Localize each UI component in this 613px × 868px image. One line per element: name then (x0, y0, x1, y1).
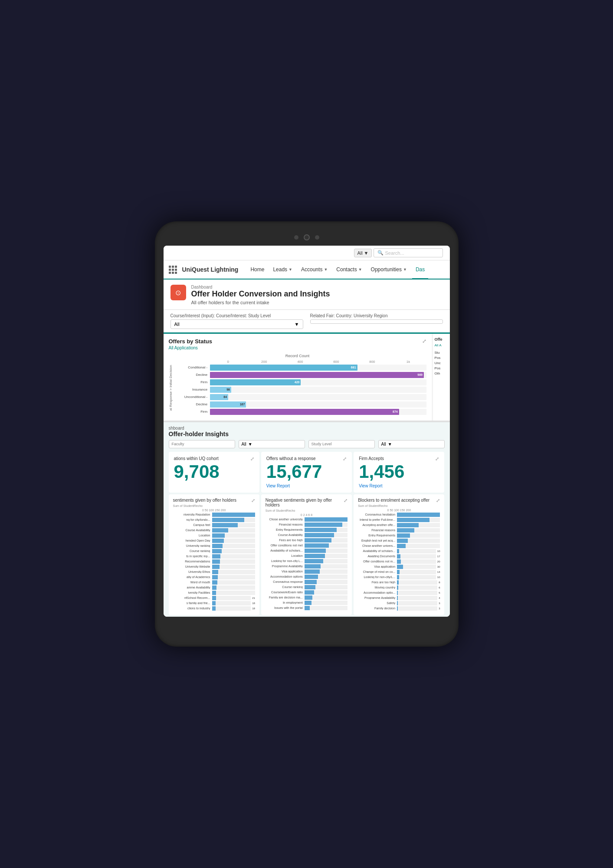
filter-arrow-1: ▼ (295, 322, 299, 327)
list-item: Financial reasons (266, 523, 347, 527)
list-item: Safety 3 (358, 601, 440, 605)
search-placeholder: Search... (385, 250, 404, 256)
bar-chart-area: al Response > Initial Decision 0 200 400… (169, 360, 426, 416)
list-item: In employment (266, 601, 347, 605)
list-item: Offer conditions not met (266, 543, 347, 548)
filter-label-1: Course/Interest (Input): Course/Interest… (170, 313, 303, 318)
nav-item-contacts[interactable]: Contacts ▼ (333, 260, 365, 279)
list-item: Location (173, 533, 255, 538)
expand-icon-3[interactable]: ⤢ (343, 456, 347, 462)
expand-icon-5[interactable]: ⤢ (251, 498, 255, 503)
table-row: Decline 167 (175, 401, 426, 408)
filter-faculty[interactable]: Faculty (169, 440, 235, 448)
table-row: Insurance 98 (175, 387, 426, 393)
list-item: English test not yet acq... (358, 539, 440, 543)
charts-row: ⤢ Offers by Status All Applications Reco… (164, 334, 450, 421)
list-item: Offer conditions not m... 20 (358, 559, 440, 564)
list-item: amme Availability (173, 585, 255, 590)
big-number-title-2: Offers without a response (266, 456, 343, 461)
y-axis-label: al Response > Initial Decision (169, 365, 174, 411)
faculty-arrow: ▼ (248, 442, 252, 447)
list-item: niversity Reputation (173, 513, 255, 517)
tablet-screen: All ▼ 🔍 Search... UniQuest Lightning Hom… (164, 246, 450, 617)
list-item: Accepting another offe... (358, 523, 440, 527)
big-number-value-2: 15,677 (266, 463, 347, 481)
dashboard-header: ⊙ Dashboard Offer Holder Conversion and … (164, 279, 450, 310)
list-item: ng for city/londo... (173, 518, 255, 522)
filter-faculty-value[interactable]: All ▼ (239, 440, 305, 448)
filter-select-1[interactable]: All ▼ (170, 319, 303, 329)
list-item: nfSchool Recorm... 21 (173, 596, 255, 600)
list-item: Programme Availability (266, 564, 347, 569)
nav-item-accounts[interactable]: Accounts ▼ (298, 260, 331, 279)
big-number-value-3: 1,456 (359, 463, 439, 481)
blockers-panel: ⤢ Blockers to enrolment accepting offer … (354, 494, 444, 615)
second-dash-title: Offer-holder Insights (169, 431, 445, 437)
nav-item-das[interactable]: Das (412, 260, 428, 279)
list-item: University Website (173, 565, 255, 569)
list-item: Availability of scholars... 10 (358, 549, 440, 553)
list-item: Intend to prefer Full-time... (358, 518, 440, 522)
positive-sentiments-chart: niversity Reputation ng for city/londo..… (173, 513, 255, 611)
filter-group-1: Course/Interest (Input): Course/Interest… (170, 313, 303, 329)
big-numbers-row: ⤢ ations within UQ cohort 9,708 ⤢ Offers… (169, 452, 445, 493)
filter-select-2[interactable] (310, 319, 443, 324)
list-item: Programme Availability 4 (358, 596, 440, 600)
expand-icon-6[interactable]: ⤢ (344, 498, 347, 503)
list-item: Course ranking (173, 549, 255, 553)
filter-study-value[interactable]: All ▼ (378, 440, 445, 448)
list-item: Entry Requirements (358, 533, 440, 538)
list-item: Course Availability (173, 528, 255, 533)
big-number-panel-1: ⤢ ations within UQ cohort 9,708 (169, 452, 259, 493)
list-item: Campus feel (173, 523, 255, 527)
nav-item-home[interactable]: Home (247, 260, 268, 279)
dashboard-title-area: Dashboard Offer Holder Conversion and In… (191, 285, 330, 305)
list-item: Family are decision ma... (266, 595, 347, 600)
list-item: Location (266, 554, 347, 558)
filter-label-2: Related Fair: Country: University Region (310, 313, 443, 318)
nav-item-leads[interactable]: Leads ▼ (269, 260, 296, 279)
dashboard-breadcrumb: Dashboard (191, 285, 330, 289)
negative-sentiments-panel: ⤢ Negative sentiments given by offer hol… (261, 494, 352, 615)
list-item: Availability of scholars... (266, 549, 347, 553)
negative-sentiments-chart: Chose another university Financial reaso… (266, 517, 347, 610)
table-row: Firm 874 (175, 409, 426, 415)
app-grid-icon[interactable] (169, 266, 177, 274)
big-number-link-2[interactable]: View Report (266, 483, 347, 488)
list-item: Recommendations (173, 559, 255, 564)
big-number-title-1: ations within UQ cohort (174, 456, 250, 461)
contacts-arrow: ▼ (358, 267, 362, 272)
nav-item-opportunities[interactable]: Opportunities ▼ (367, 260, 410, 279)
all-label: All (357, 250, 362, 256)
big-number-link-3[interactable]: View Report (359, 483, 439, 488)
list-item: University Ethos (173, 570, 255, 574)
list-item: Issues with the portal (266, 606, 347, 610)
dashboard-icon: ⊙ (170, 285, 186, 300)
expand-icon-7[interactable]: ⤢ (436, 498, 440, 503)
list-item: Awaiting Documents 17 (358, 554, 440, 559)
blockers-axis-label: Sum of StudentRecho (358, 504, 440, 507)
list-item: Looking for non-city L... (266, 559, 347, 563)
filter-group-2: Related Fair: Country: University Region (310, 313, 443, 329)
list-item: Accommodation optio... 5 (358, 591, 440, 595)
top-bar: All ▼ 🔍 Search... (164, 246, 450, 260)
camera-dot-left (294, 235, 298, 240)
list-item: Financial reasons (358, 528, 440, 533)
big-number-title-3: Firm Accepts (359, 456, 435, 461)
leads-arrow: ▼ (288, 267, 292, 272)
search-icon: 🔍 (377, 250, 384, 256)
list-item: s family and frie... 18 (173, 601, 255, 605)
filter-row-2: Faculty All ▼ Study Level All ▼ (169, 440, 445, 448)
expand-icon-4[interactable]: ⤢ (435, 456, 439, 462)
filter-study-level[interactable]: Study Level (308, 440, 375, 448)
expand-icon-1[interactable]: ⤢ (422, 338, 426, 344)
list-item: ts in specific inp... (173, 554, 255, 559)
tablet-frame: All ▼ 🔍 Search... UniQuest Lightning Hom… (155, 221, 459, 647)
big-number-panel-2: ⤢ Offers without a response 15,677 View … (261, 452, 352, 493)
list-item: Family decision 3 (358, 606, 440, 611)
table-row: Firm 420 (175, 379, 426, 385)
all-dropdown[interactable]: All ▼ (354, 249, 371, 257)
search-box[interactable]: 🔍 Search... (374, 248, 443, 257)
list-item: Accommodation options (266, 575, 347, 579)
expand-icon-2[interactable]: ⤢ (250, 456, 254, 462)
